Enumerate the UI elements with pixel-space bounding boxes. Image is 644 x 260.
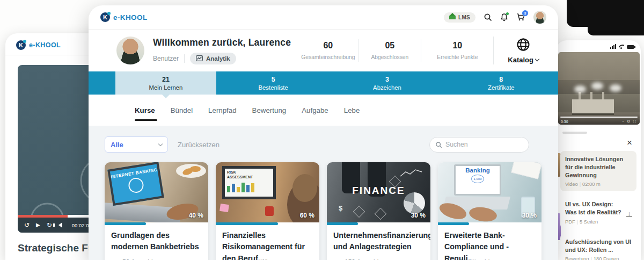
stat-completed: 05 Abgeschlossen bbox=[360, 41, 420, 60]
battery-icon bbox=[627, 45, 634, 49]
search-input[interactable] bbox=[445, 141, 510, 148]
course-card[interactable]: Banking 1,000 30 % Erweiterte Bank-Compl… bbox=[438, 162, 541, 260]
user-avatar[interactable] bbox=[116, 37, 144, 64]
ekhool-logo-icon: K bbox=[16, 40, 26, 50]
tab-zertifikate[interactable]: 8 Zertifikate bbox=[444, 71, 558, 95]
progress-percent: 30 % bbox=[522, 212, 537, 219]
chart-icon bbox=[196, 55, 203, 61]
chevron-down-icon bbox=[535, 56, 539, 61]
background-window bbox=[567, 0, 644, 27]
signal-icon bbox=[610, 44, 616, 49]
ekhool-logo-text: e-KHOOL bbox=[29, 41, 61, 49]
lesson-video-progress[interactable] bbox=[560, 117, 638, 118]
filter-row: Alle Zurücksetzen bbox=[105, 136, 544, 153]
progress-percent: 40 % bbox=[189, 212, 203, 219]
industrial-plant-image bbox=[572, 99, 614, 113]
drag-handle[interactable] bbox=[562, 132, 587, 134]
right-lesson-panel: 0:30 ◦ ⊙ ⛶ × Innovative Lösungen für die… bbox=[556, 40, 641, 260]
notification-dot bbox=[506, 12, 509, 15]
stat-total-enrollment: 60 Gesamteinschreibung bbox=[299, 41, 357, 60]
course-image-art: Banking 1,000 30 % bbox=[438, 162, 541, 222]
header-actions: LMS 3 bbox=[444, 11, 546, 24]
ekhool-logo[interactable]: K e-KHOOL bbox=[100, 12, 148, 22]
lesson-item-pdf[interactable]: UI vs. UX Design: Was ist die Realität? … bbox=[560, 196, 636, 228]
progress-percent: 60 % bbox=[300, 212, 314, 219]
analytics-chip[interactable]: Analytik bbox=[190, 53, 236, 64]
ekhool-logo-text: e-KHOOL bbox=[113, 13, 148, 21]
tab-bestenliste[interactable]: 5 Bestenliste bbox=[216, 71, 330, 95]
reset-filter-link[interactable]: Zurücksetzen bbox=[178, 141, 219, 149]
course-cards: INTERNET BANKING 40 % Grundlagen des mod… bbox=[105, 162, 544, 260]
search-icon bbox=[435, 141, 442, 148]
video-settings-icons[interactable]: ◦ ⊙ ⛶ bbox=[623, 119, 637, 124]
user-role: Benutzer bbox=[153, 55, 179, 62]
stat-points: 10 Erreichte Punkte bbox=[422, 41, 492, 60]
replay-icon[interactable]: ↺ bbox=[24, 222, 30, 228]
tab-abzeichen[interactable]: 3 Abzeichen bbox=[330, 71, 444, 95]
cart-icon[interactable]: 3 bbox=[516, 13, 525, 21]
stats-row: 60 Gesamteinschreibung 05 Abgeschlossen … bbox=[299, 37, 544, 64]
subtab-kurse[interactable]: Kurse bbox=[135, 106, 155, 114]
search-icon[interactable] bbox=[484, 13, 492, 21]
subtab-lebe[interactable]: Lebe bbox=[344, 106, 360, 114]
sub-tab-bar: Kurse Bündel Lernpfad Bewertung Aufgabe … bbox=[89, 95, 558, 126]
download-icon[interactable]: ↓ bbox=[626, 210, 632, 217]
welcome-title: Willkommen zurück, Laurence bbox=[153, 37, 291, 48]
course-title: Finanzielles Risikomanagement für den Be… bbox=[222, 230, 313, 254]
notifications-bell-icon[interactable] bbox=[500, 13, 508, 21]
graduation-cap-icon bbox=[449, 16, 456, 19]
lms-badge[interactable]: LMS bbox=[444, 12, 475, 23]
course-image-art: FINANCE $ 30 % bbox=[327, 162, 430, 222]
close-icon[interactable]: × bbox=[627, 138, 632, 147]
course-card[interactable]: RISKASSESSMENT 60 % Finanzielles Risikom… bbox=[216, 162, 319, 260]
wifi-icon bbox=[619, 45, 624, 49]
progress-percent: 30 % bbox=[411, 212, 426, 219]
lesson-list: Innovative Lösungen für die industrielle… bbox=[560, 151, 636, 260]
lesson-item-video[interactable]: Innovative Lösungen für die industrielle… bbox=[560, 151, 636, 191]
course-card[interactable]: FINANCE $ 30 % Unternehmensfinanzierung … bbox=[327, 162, 430, 260]
subtab-bewertung[interactable]: Bewertung bbox=[252, 106, 287, 114]
subtab-lernpfad[interactable]: Lernpfad bbox=[208, 106, 237, 114]
avatar[interactable] bbox=[533, 11, 546, 24]
main-dashboard: K e-KHOOL LMS 3 bbox=[89, 5, 558, 260]
lesson-video-player[interactable]: 0:30 ◦ ⊙ ⛶ bbox=[558, 52, 640, 125]
lesson-video-time: 0:30 bbox=[561, 120, 568, 124]
lesson-item-assessment[interactable]: Aufschlüsselung von UI und UX: Rollen ..… bbox=[560, 234, 636, 260]
tab-mein-lernen[interactable]: 21 Mein Lernen bbox=[115, 71, 216, 95]
screenshot-stage: K e-KHOOL ↺ ▶ ↻ 00:02:00 bbox=[0, 0, 644, 260]
filter-dropdown[interactable]: Alle bbox=[105, 136, 168, 153]
ekhool-logo-icon: K bbox=[100, 12, 110, 22]
course-title: Erweiterte Bank-Compliance und -Reguli..… bbox=[444, 230, 535, 254]
subtab-aufgabe[interactable]: Aufgabe bbox=[302, 106, 328, 114]
main-tab-bar: 21 Mein Lernen 5 Bestenliste 3 Abzeichen… bbox=[89, 71, 558, 95]
main-header: K e-KHOOL LMS 3 bbox=[89, 5, 558, 30]
course-image-art: INTERNET BANKING 40 % bbox=[105, 162, 208, 222]
play-icon[interactable]: ▶ bbox=[36, 222, 40, 228]
volume-icon[interactable] bbox=[58, 222, 62, 228]
courses-content: Alle Zurücksetzen INTERNET BANKING 40 % bbox=[89, 126, 558, 260]
course-card[interactable]: INTERNET BANKING 40 % Grundlagen des mod… bbox=[105, 162, 208, 260]
course-search[interactable] bbox=[429, 137, 529, 153]
catalog-menu[interactable]: Katalog bbox=[495, 38, 544, 64]
course-title: Grundlagen des modernen Bankbetriebs bbox=[111, 230, 202, 254]
phone-status-bar bbox=[610, 44, 634, 49]
subtab-buendel[interactable]: Bündel bbox=[171, 106, 193, 114]
chevron-down-icon bbox=[158, 142, 163, 146]
course-title: Unternehmensfinanzierung und Anlagestrat… bbox=[333, 230, 424, 254]
welcome-section: Willkommen zurück, Laurence Benutzer Ana… bbox=[89, 30, 558, 71]
globe-icon bbox=[516, 38, 530, 52]
forward-icon[interactable]: ↻ bbox=[47, 222, 52, 228]
course-image-art: RISKASSESSMENT 60 % bbox=[216, 162, 319, 222]
cart-badge: 3 bbox=[522, 10, 528, 16]
